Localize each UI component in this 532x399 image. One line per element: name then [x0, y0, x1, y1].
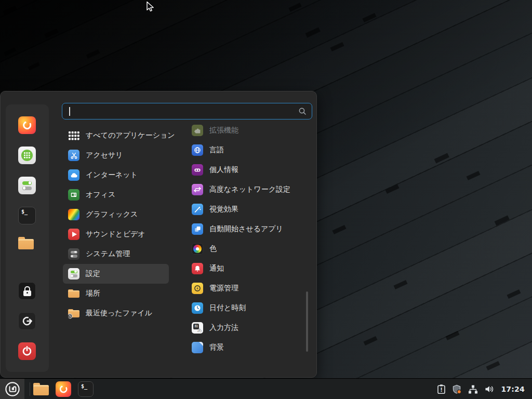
app-language[interactable]: 言語 [187, 140, 309, 160]
category-label: 場所 [86, 289, 100, 298]
category-label: サウンドとビデオ [86, 230, 145, 239]
category-label: システム管理 [86, 249, 130, 259]
bell-icon [192, 263, 203, 274]
app-advanced-network[interactable]: 高度なネットワーク設定 [187, 180, 309, 200]
app-notifications[interactable]: 通知 [187, 259, 309, 278]
arrows-exchange-icon [192, 184, 203, 195]
favorite-terminal[interactable]: $_ [18, 207, 36, 224]
application-list: 拡張機能 言語 [187, 121, 309, 357]
input-method-icon: 和 あ [192, 322, 203, 334]
category-administration[interactable]: システム管理 [63, 244, 169, 264]
panel-clock[interactable]: 17:24 [501, 385, 525, 393]
app-label: 入力方法 [209, 323, 238, 332]
search-box [62, 103, 312, 119]
app-account-details[interactable]: 個人情報 [187, 160, 309, 180]
app-input-method[interactable]: 和 あ 入力方法 [187, 318, 309, 338]
app-extensions[interactable]: 拡張機能 [187, 121, 309, 140]
update-manager-icon[interactable]: ! [437, 384, 446, 394]
desktop: $_ [0, 0, 532, 399]
color-wheel-icon [192, 243, 203, 255]
scrollbar-thumb[interactable] [306, 291, 308, 352]
shutdown-power-icon [18, 342, 36, 360]
category-office[interactable]: オフィス [63, 185, 169, 205]
firefox-icon [18, 116, 36, 134]
power-circle-icon [192, 283, 203, 294]
favorite-files[interactable] [18, 237, 36, 255]
firewall-shield-icon[interactable] [452, 384, 462, 394]
menu-button[interactable] [0, 379, 24, 399]
mouse-cursor [146, 1, 155, 14]
favorite-firefox[interactable] [18, 116, 36, 134]
launcher-terminal[interactable]: $_ [78, 381, 94, 397]
app-label: 通知 [209, 264, 224, 273]
network-icon[interactable] [468, 384, 478, 394]
play-icon [68, 229, 79, 240]
category-places[interactable]: 場所 [63, 284, 169, 303]
category-sound-video[interactable]: サウンドとビデオ [63, 224, 169, 244]
category-label: アクセサリ [86, 151, 123, 160]
terminal-icon: $_ [18, 207, 36, 224]
app-label: 色 [209, 244, 217, 254]
scissors-icon [68, 150, 79, 161]
launcher-firefox[interactable] [56, 381, 71, 397]
cloud-icon [68, 169, 79, 181]
category-label: オフィス [86, 190, 115, 200]
category-list: すべてのアプリケーション アクセサリ [63, 126, 169, 323]
puzzle-icon [192, 125, 203, 136]
favorite-shutdown[interactable] [18, 342, 36, 360]
favorite-system-settings[interactable] [18, 177, 36, 194]
category-label: 最近使ったファイル [86, 309, 152, 318]
app-label: 高度なネットワーク設定 [209, 185, 290, 194]
category-label: 設定 [86, 269, 100, 278]
app-effects[interactable]: 視覚効果 [187, 200, 309, 219]
software-manager-icon [18, 147, 36, 164]
folder-icon [33, 383, 49, 395]
category-internet[interactable]: インターネット [63, 165, 169, 185]
favorite-lock-screen[interactable] [18, 282, 36, 300]
app-startup-applications[interactable]: 自動開始させるアプリ [187, 219, 309, 239]
terminal-icon: $_ [78, 381, 94, 397]
settings-toggles-icon [18, 177, 36, 194]
category-label: グラフィックス [86, 210, 138, 219]
app-label: 拡張機能 [209, 126, 238, 135]
search-input[interactable] [62, 103, 312, 119]
globe-icon [192, 144, 203, 156]
favorite-logout[interactable] [18, 312, 36, 330]
main-menu: $_ [0, 91, 317, 378]
app-label: 電源管理 [209, 284, 238, 293]
logout-icon [18, 312, 36, 330]
favorite-software-manager[interactable] [18, 147, 36, 164]
terminal-prompt-glyph: $_ [19, 207, 28, 215]
bottom-panel: $_ ! [0, 378, 532, 399]
app-backgrounds[interactable]: 背景 [187, 338, 309, 357]
app-color[interactable]: 色 [187, 239, 309, 259]
folder-icon [68, 288, 79, 299]
category-graphics[interactable]: グラフィックス [63, 205, 169, 224]
category-preferences[interactable]: 設定 [63, 264, 169, 284]
category-label: すべてのアプリケーション [86, 131, 175, 140]
update-badge: ! [441, 387, 443, 393]
panel-launchers: $_ [33, 379, 94, 399]
all-applications-grid-icon [68, 130, 79, 141]
app-label: 自動開始させるアプリ [209, 224, 283, 234]
firefox-icon [56, 381, 71, 397]
app-label: 日付と時刻 [209, 303, 246, 313]
app-label: 視覚効果 [209, 205, 238, 214]
magic-wand-icon [192, 204, 203, 215]
launcher-files[interactable] [33, 383, 49, 395]
category-accessories[interactable]: アクセサリ [63, 145, 169, 165]
linux-mint-logo-icon [5, 381, 20, 397]
panel-separator [30, 382, 30, 396]
document-icon [68, 189, 79, 201]
ime-kana-glyph: あ [197, 327, 202, 334]
mask-icon [192, 164, 203, 176]
volume-icon[interactable] [484, 384, 495, 394]
menu-favorites-sidebar: $_ [6, 104, 49, 372]
app-label: 個人情報 [209, 165, 238, 175]
wallpaper-page-icon [192, 342, 203, 353]
preferences-toggles-icon [68, 268, 79, 280]
app-power-management[interactable]: 電源管理 [187, 278, 309, 298]
category-recent-files[interactable]: 最近使ったファイル [63, 303, 169, 323]
category-all-applications[interactable]: すべてのアプリケーション [63, 126, 169, 145]
app-date-time[interactable]: 日付と時刻 [187, 298, 309, 318]
